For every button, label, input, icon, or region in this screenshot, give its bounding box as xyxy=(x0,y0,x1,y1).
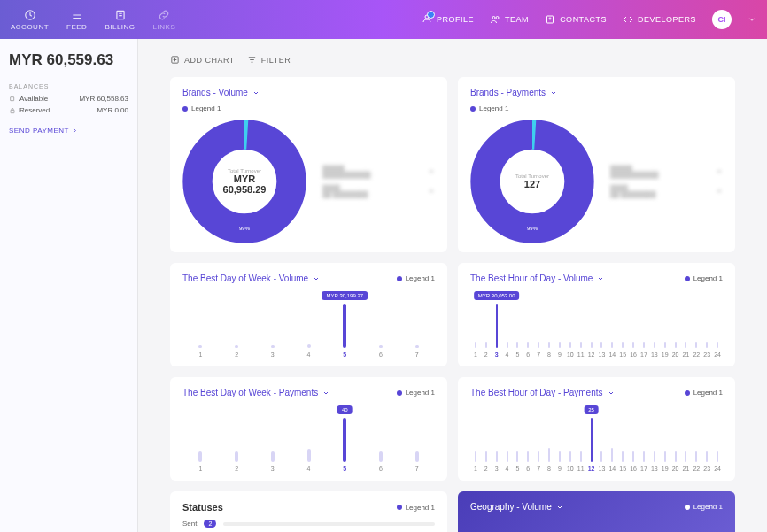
bar-label: 14 xyxy=(608,351,616,358)
bar-label: 1 xyxy=(198,466,202,472)
tab-links[interactable]: LINKS xyxy=(153,9,176,31)
bar xyxy=(600,342,602,348)
bar xyxy=(379,451,383,463)
bar-label: 21 xyxy=(683,351,690,358)
nav-profile[interactable]: PROFILE xyxy=(422,13,474,26)
bar-col: 13 xyxy=(597,451,608,472)
bar-label: 22 xyxy=(693,466,700,472)
bar-label: 23 xyxy=(703,466,710,472)
bar-col: 22 xyxy=(691,451,701,472)
bar-col: 24 xyxy=(712,342,723,358)
bar-col: 5 xyxy=(513,451,523,472)
avatar[interactable]: CI xyxy=(712,10,732,29)
bar xyxy=(695,451,697,462)
bar xyxy=(717,342,718,348)
bar-label: 19 xyxy=(662,351,669,358)
nav-developers[interactable]: DEVELOPERS xyxy=(623,14,696,25)
bar-tooltip: MYR 30,053.00 xyxy=(474,291,520,300)
side-list: ████████████████ ██████ ████████ xyxy=(322,166,435,197)
bar xyxy=(485,451,487,462)
card-title[interactable]: The Best Day of Week - Volume xyxy=(182,274,320,283)
bar-label: 3 xyxy=(495,351,499,358)
bar xyxy=(307,344,311,348)
bar-label: 4 xyxy=(506,466,509,472)
contacts-icon xyxy=(545,14,555,25)
bar-label: 4 xyxy=(307,351,311,358)
bar xyxy=(235,451,238,463)
bar xyxy=(527,451,529,462)
bar xyxy=(271,345,275,348)
donut-chart: Total Turnover127 99% xyxy=(470,120,594,243)
svg-point-3 xyxy=(492,17,495,19)
bar-label: 23 xyxy=(703,351,710,358)
bar-col: 20 xyxy=(670,451,681,472)
bar-col: 9 xyxy=(554,342,565,358)
bar xyxy=(675,451,677,462)
nav-contacts[interactable]: CONTACTS xyxy=(545,14,607,25)
bar xyxy=(538,342,539,348)
chevron-down-icon[interactable] xyxy=(748,15,756,24)
bar-label: 7 xyxy=(537,466,540,472)
tab-billing[interactable]: BILLING xyxy=(105,9,135,31)
bar-col: 4 xyxy=(502,451,513,472)
bar xyxy=(235,345,238,348)
bar xyxy=(591,342,593,348)
card-title[interactable]: The Best Hour of Day - Volume xyxy=(470,274,604,283)
main: MYR 60,559.63 BALANCES Available MYR 60,… xyxy=(0,39,767,532)
bar-label: 18 xyxy=(651,351,658,358)
card-brands-volume: Brands - Volume Legend 1 Total TurnoverM… xyxy=(170,77,447,252)
lock-icon xyxy=(9,107,16,114)
bar xyxy=(622,342,624,348)
bar-col: 6 xyxy=(523,342,533,358)
bar xyxy=(664,451,666,462)
bar-col: 2 xyxy=(219,451,255,473)
bar-col: 22 xyxy=(691,342,701,358)
bar-col: 2512 xyxy=(586,418,597,472)
bar-label: 20 xyxy=(672,466,679,472)
add-chart-button[interactable]: ADD CHART xyxy=(170,55,235,65)
chart-grid: Brands - Volume Legend 1 Total TurnoverM… xyxy=(170,77,735,532)
status-sent: Sent 2 xyxy=(182,520,435,528)
bar-col: 1 xyxy=(182,345,219,358)
bar-label: 17 xyxy=(640,351,647,358)
card-statuses: Statuses Legend 1 Sent 2 xyxy=(170,491,447,532)
card-title[interactable]: The Best Day of Week - Payments xyxy=(182,388,329,397)
chevron-down-icon xyxy=(428,168,435,175)
bar-label: 19 xyxy=(662,466,669,472)
card-title[interactable]: The Best Hour of Day - Payments xyxy=(470,388,615,397)
card-title[interactable]: Brands - Payments xyxy=(470,88,723,97)
bar xyxy=(600,451,602,462)
bar xyxy=(507,451,508,462)
tab-account[interactable]: ACCOUNT xyxy=(11,9,49,31)
copy-icon xyxy=(9,96,16,103)
bar-label: 13 xyxy=(599,351,606,358)
tab-feed[interactable]: FEED xyxy=(66,9,87,31)
bar-label: 5 xyxy=(515,466,519,472)
bar-label: 13 xyxy=(599,466,606,472)
bar xyxy=(569,451,571,462)
balance-reserved: Reserved MYR 0.00 xyxy=(9,106,128,114)
card-title[interactable]: Brands - Volume xyxy=(182,88,435,97)
nav-team[interactable]: TEAM xyxy=(490,14,529,25)
legend: Legend 1 xyxy=(397,274,435,282)
bar xyxy=(685,451,686,462)
bar-label: 9 xyxy=(558,351,562,358)
bar-col: 21 xyxy=(681,342,692,358)
filter-button[interactable]: FILTER xyxy=(247,55,291,65)
bar-col: 19 xyxy=(660,342,670,358)
legend: Legend 1 xyxy=(685,274,723,282)
bar-col: 16 xyxy=(628,451,639,472)
bar-col: MYR 30,053.003 xyxy=(492,304,502,358)
send-payment-link[interactable]: SEND PAYMENT xyxy=(9,127,128,135)
card-title[interactable]: Geography - Volume xyxy=(470,502,563,512)
bar-label: 2 xyxy=(235,466,238,472)
bar xyxy=(643,451,645,462)
chevron-down-icon xyxy=(550,89,557,96)
card-title: Statuses xyxy=(182,502,223,513)
bar-label: 5 xyxy=(343,351,346,358)
bar xyxy=(475,342,476,348)
bar-label: 11 xyxy=(577,466,585,472)
bar-label: 4 xyxy=(307,466,311,472)
bar xyxy=(527,342,529,348)
bar-col: 2 xyxy=(481,342,492,358)
